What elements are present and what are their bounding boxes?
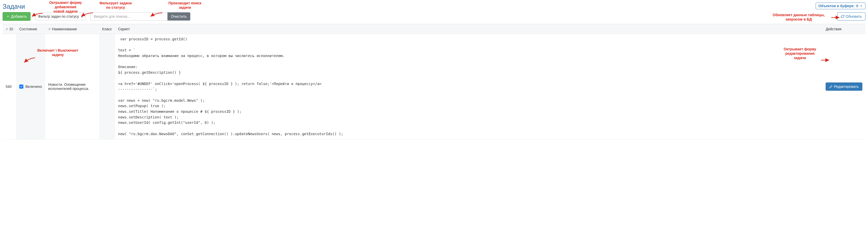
cell-id: 540 [3,34,16,140]
page-title: Задачи [3,3,25,10]
refresh-button[interactable]: Обновить [837,12,865,21]
column-header-name[interactable]: ⇵Наименование [45,24,99,34]
column-header-actions: Действия [823,24,865,34]
sort-icon: ⇵ [48,28,51,30]
buffer-count: 0 [856,4,858,8]
column-header-id[interactable]: ⇵ID [3,24,16,34]
refresh-button-label: Обновить [846,14,862,19]
pencil-icon [829,85,833,88]
clear-button[interactable]: Очистить [167,12,190,21]
column-header-script: Скрипт [115,24,823,34]
cell-state-label: Включено [25,85,42,89]
add-button[interactable]: ＋ Добавить [3,12,31,21]
edit-button-label: Редактировать [834,85,859,89]
select-arrows-icon: ▲▼ [81,15,83,18]
column-header-class: Класс [99,24,115,34]
cell-script: var processID = process.getId() text = `… [115,34,823,140]
table-row: 540 Включено Новости. Оповещение исполни… [3,34,865,140]
sort-icon: ⇵ [6,28,8,30]
cell-name: Новости. Оповещение исполнителей процесс… [45,34,99,140]
search-input[interactable] [90,12,167,21]
refresh-icon [841,14,844,18]
buffer-indicator[interactable]: Объектов в буфере: 0 ▼ [816,3,865,9]
status-filter-select[interactable]: Фильтр задач по статусу ▲▼ [35,12,86,20]
caret-down-icon: ▼ [860,4,863,7]
enable-checkbox[interactable] [19,85,23,89]
buffer-label: Объектов в буфере: [818,4,855,8]
column-header-state: Состояние [16,24,45,34]
cell-class [99,34,115,140]
check-icon [20,85,23,88]
tasks-table: ⇵ID Состояние ⇵Наименование Класс Скрипт… [3,24,865,140]
add-button-label: Добавить [11,14,27,19]
plus-icon: ＋ [6,14,10,19]
edit-button[interactable]: Редактировать [826,83,862,91]
status-filter-label: Фильтр задач по статусу [38,14,79,19]
